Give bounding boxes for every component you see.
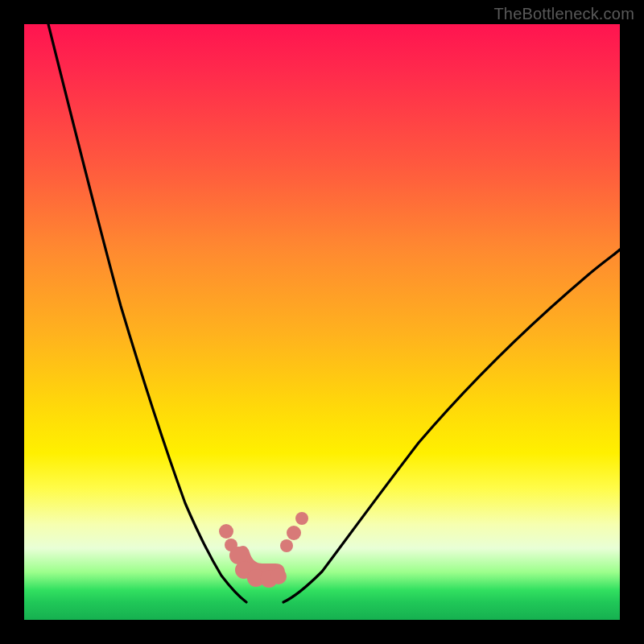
left-curve	[48, 24, 246, 602]
chart-frame: TheBottleneck.com	[0, 0, 644, 644]
marker-dot	[219, 524, 233, 539]
chart-svg	[24, 24, 620, 620]
right-curve	[283, 250, 620, 602]
plot-area	[24, 24, 620, 620]
watermark-text: TheBottleneck.com	[493, 5, 634, 23]
marker-dot	[295, 512, 308, 525]
marker-dot	[287, 526, 301, 540]
capsule-end	[270, 568, 287, 584]
marker-dot	[280, 539, 293, 552]
